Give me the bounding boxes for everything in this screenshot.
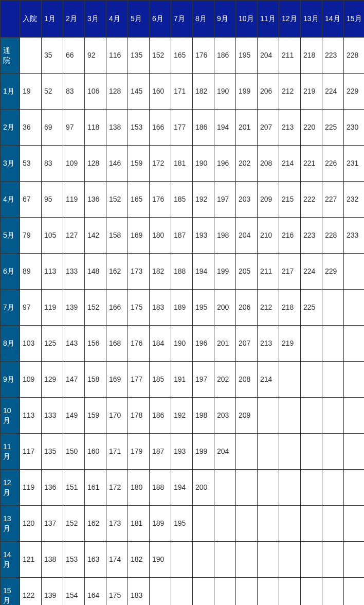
row-header: 15月 (1, 578, 20, 606)
data-cell: 185 (171, 182, 193, 218)
data-cell: 196 (214, 146, 236, 182)
data-cell (258, 434, 279, 470)
data-cell: 176 (193, 38, 214, 74)
data-cell: 36 (20, 110, 42, 146)
data-cell: 69 (42, 110, 63, 146)
data-cell: 153 (63, 542, 85, 578)
data-cell: 190 (193, 146, 214, 182)
table-row: 8月10312514315616817618419019620120721321… (1, 326, 365, 362)
data-cell (301, 578, 322, 606)
table-row: 1月19528310612814516017118219019920621221… (1, 74, 365, 110)
data-cell: 169 (128, 218, 150, 254)
data-cell: 179 (128, 434, 150, 470)
data-cell: 66 (63, 38, 85, 74)
data-cell: 83 (42, 146, 63, 182)
data-cell: 220 (301, 110, 322, 146)
data-cell: 92 (85, 38, 106, 74)
header-cell: 2月 (63, 1, 85, 38)
data-cell: 202 (214, 362, 236, 398)
data-cell: 218 (279, 290, 301, 326)
data-cell: 192 (193, 182, 214, 218)
row-header: 14月 (1, 542, 20, 578)
data-cell: 117 (20, 434, 42, 470)
data-cell: 135 (42, 434, 63, 470)
data-cell: 228 (344, 38, 365, 74)
table-header: 入院 1月 2月 3月 4月 5月 6月 7月 8月 9月 10月 11月 12… (1, 1, 365, 38)
data-cell: 213 (258, 326, 279, 362)
data-cell: 209 (236, 398, 258, 434)
table-row: 2月36699711813815316617718619420120721322… (1, 110, 365, 146)
data-cell: 222 (301, 182, 322, 218)
data-cell (236, 542, 258, 578)
data-cell (258, 398, 279, 434)
data-cell: 139 (42, 578, 63, 606)
data-cell: 204 (236, 218, 258, 254)
header-cell: 14月 (322, 1, 344, 38)
data-cell: 198 (214, 218, 236, 254)
data-cell: 219 (279, 326, 301, 362)
header-cell: 4月 (106, 1, 128, 38)
table-row: 3月53831091281461591721811901962022082142… (1, 146, 365, 182)
header-cell: 12月 (279, 1, 301, 38)
data-cell: 103 (20, 326, 42, 362)
row-header: 4月 (1, 182, 20, 218)
row-header: 3月 (1, 146, 20, 182)
table-row: 13月120137152162173181189195 (1, 506, 365, 542)
data-cell: 105 (42, 218, 63, 254)
data-cell: 171 (171, 74, 193, 110)
data-cell (214, 578, 236, 606)
data-cell (279, 434, 301, 470)
row-header: 2月 (1, 110, 20, 146)
data-cell (193, 578, 214, 606)
data-cell: 186 (150, 398, 171, 434)
data-cell: 219 (301, 74, 322, 110)
data-cell: 187 (150, 434, 171, 470)
data-cell (301, 326, 322, 362)
data-cell: 183 (150, 290, 171, 326)
table-row: 9月109129147158169177185191197202208214 (1, 362, 365, 398)
data-cell: 122 (20, 578, 42, 606)
table-row: 15月122139154164175183 (1, 578, 365, 606)
data-cell (236, 470, 258, 506)
data-cell: 147 (63, 362, 85, 398)
data-cell (258, 578, 279, 606)
data-cell (322, 434, 344, 470)
data-cell: 194 (193, 254, 214, 290)
header-cell: 入院 (20, 1, 42, 38)
data-cell: 119 (42, 290, 63, 326)
row-header: 12月 (1, 470, 20, 506)
data-cell: 188 (150, 470, 171, 506)
data-cell: 186 (214, 38, 236, 74)
data-cell (171, 578, 193, 606)
data-cell: 164 (85, 578, 106, 606)
data-cell: 201 (214, 326, 236, 362)
data-cell: 190 (214, 74, 236, 110)
table-row: 11月117135150160171179187193199204 (1, 434, 365, 470)
data-cell: 169 (106, 362, 128, 398)
data-cell: 229 (322, 254, 344, 290)
data-cell: 223 (301, 218, 322, 254)
data-cell: 189 (171, 290, 193, 326)
row-header: 6月 (1, 254, 20, 290)
header-cell: 8月 (193, 1, 214, 38)
data-cell: 146 (106, 146, 128, 182)
data-cell: 215 (279, 182, 301, 218)
data-cell (322, 578, 344, 606)
header-cell: 9月 (214, 1, 236, 38)
data-cell: 199 (193, 434, 214, 470)
data-cell (258, 470, 279, 506)
data-cell: 182 (193, 74, 214, 110)
data-cell: 118 (85, 110, 106, 146)
data-cell: 182 (150, 254, 171, 290)
data-cell: 190 (171, 326, 193, 362)
data-cell (344, 470, 365, 506)
data-cell: 225 (301, 290, 322, 326)
data-cell: 67 (20, 182, 42, 218)
data-cell (301, 470, 322, 506)
data-cell: 119 (63, 182, 85, 218)
data-cell: 113 (20, 398, 42, 434)
data-cell: 171 (106, 434, 128, 470)
data-cell: 129 (42, 362, 63, 398)
data-cell: 209 (258, 182, 279, 218)
data-cell: 213 (279, 110, 301, 146)
